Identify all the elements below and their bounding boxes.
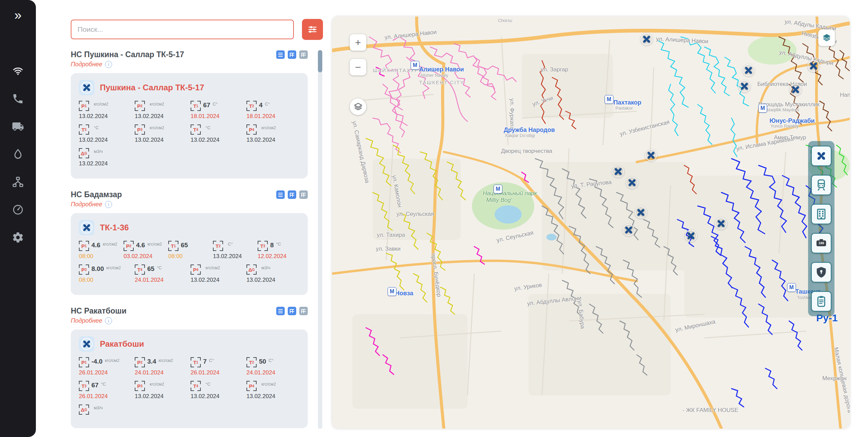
station-name: НС Пушкина - Саллар ТК-5-17 — [71, 50, 184, 59]
view-list-button[interactable] — [276, 307, 285, 315]
sensor-unit: °C — [205, 382, 211, 387]
zoom-in-button[interactable]: + — [350, 34, 366, 51]
sensor-unit: кгс/см2 — [205, 266, 220, 270]
view-extra-button[interactable] — [299, 190, 308, 199]
pump-station-marker[interactable] — [715, 217, 727, 230]
sensor-reading: T2 C° — [213, 241, 255, 251]
search-input[interactable] — [71, 20, 294, 39]
sensor-tag-icon: T2 — [246, 101, 257, 111]
map-canvas[interactable] — [332, 17, 850, 429]
layers-button-top-right[interactable] — [818, 29, 835, 46]
info-icon[interactable]: i — [105, 61, 112, 68]
filter-button[interactable] — [302, 19, 323, 40]
toolbar-train-button[interactable] — [811, 175, 831, 195]
sensor-date: 26.01.2024 — [191, 369, 244, 376]
sensor-tag-icon: ΔG — [246, 264, 257, 275]
sensor-reading: T1 65 — [168, 241, 210, 251]
sidebar-expand-button[interactable]: » — [11, 7, 25, 24]
station-details-link[interactable]: Подробнее — [71, 201, 102, 208]
toolbar-camera-button[interactable] — [811, 233, 831, 253]
sensor-row: T3 °C 13.02.2024 P3 кгс/см2 13.02.2024 T… — [79, 124, 300, 143]
pump-station-marker[interactable] — [789, 84, 802, 96]
view-list-button[interactable] — [276, 190, 285, 199]
info-icon[interactable]: i — [105, 317, 112, 324]
pump-card-header: Ракатбоши — [79, 336, 300, 352]
view-grid-button[interactable] — [288, 190, 296, 199]
sensor-unit: кгс/см2 — [94, 102, 108, 107]
toolbar-journal-button[interactable] — [811, 291, 831, 312]
pump-station-marker[interactable] — [742, 64, 755, 76]
station-details-link[interactable]: Подробнее — [71, 317, 102, 324]
pump-station-marker[interactable] — [626, 177, 638, 189]
sensor-tag-icon: P4 — [246, 381, 257, 391]
sidebar-item-phone[interactable] — [11, 92, 25, 106]
pump-card[interactable]: ТК-1-36 P1 4.6 кгс/см2 08:00 P2 4.6 кгс/… — [71, 213, 308, 295]
sensor-tag-icon: T3 — [258, 241, 268, 251]
sidebar-item-network[interactable] — [11, 175, 25, 189]
building-icon — [815, 207, 828, 221]
station-header: НС Ракатбоши — [71, 306, 308, 316]
sensor-value: 50 — [259, 357, 266, 366]
view-extra-button[interactable] — [299, 50, 308, 59]
sidebar-item-drop[interactable] — [11, 147, 25, 161]
map[interactable]: Chorsuул. Алишера Навоиул. Алишера Навои… — [332, 17, 850, 429]
station-view-buttons — [276, 307, 308, 315]
station-details-link[interactable]: Подробнее — [71, 61, 102, 68]
pump-icon — [641, 33, 653, 45]
zoom-out-button[interactable]: − — [350, 59, 366, 75]
grid-icon — [301, 193, 306, 197]
sidebar-item-truck[interactable] — [11, 120, 25, 133]
sensor-date: 26.01.2024 — [79, 393, 132, 400]
sensor-date: 13.02.2024 — [79, 137, 132, 143]
sensor-tag-icon: T1 — [168, 241, 178, 251]
view-grid-button[interactable] — [288, 50, 296, 59]
station-name: НС Ракатбоши — [71, 306, 127, 316]
sensor-reading: T2 50 C° — [246, 357, 300, 367]
sidebar-item-gauge[interactable] — [11, 203, 25, 216]
toolbar-shield-button[interactable] — [811, 262, 831, 282]
scrollbar-thumb[interactable] — [318, 50, 322, 72]
network-icon — [12, 176, 24, 188]
sensor-cell: T2 C° 13.02.2024 — [213, 241, 255, 260]
sensor-unit: C° — [228, 242, 233, 247]
stations-scrollbar[interactable] — [318, 50, 322, 429]
info-icon[interactable]: i — [105, 201, 112, 208]
sensor-cell: P1 -4.0 кгс/см2 26.01.2024 — [79, 357, 132, 376]
sensor-tag-icon: P1 — [79, 101, 89, 111]
pump-card[interactable]: Пушкина - Саллар ТК-5-17 P1 кгс/см2 13.0… — [71, 73, 308, 179]
pump-station-marker[interactable] — [641, 33, 653, 45]
pump-station-marker[interactable] — [685, 230, 697, 242]
gear-icon — [12, 231, 24, 244]
toolbar-building-button[interactable] — [811, 204, 831, 224]
pump-station-marker[interactable] — [738, 80, 751, 92]
pump-station-marker[interactable] — [635, 206, 647, 218]
view-extra-button[interactable] — [299, 307, 308, 315]
view-list-button[interactable] — [276, 50, 285, 59]
grid-icon — [301, 53, 306, 57]
pump-icon — [626, 177, 638, 189]
pump-station-marker[interactable] — [623, 224, 635, 236]
station-group: НС Пушкина - Саллар ТК-5-17 Подробнее i … — [71, 50, 308, 179]
toolbar-pump-button[interactable] — [811, 146, 831, 166]
grid-icon — [301, 309, 306, 313]
pump-station-marker[interactable] — [807, 60, 820, 72]
sensor-tag-icon: P2 — [124, 241, 134, 251]
sensor-row: P1 4.6 кгс/см2 08:00 P2 4.6 кгс/см2 03.0… — [79, 241, 300, 260]
sensor-tag-icon: P2 — [135, 357, 145, 367]
sidebar-item-wifi[interactable] — [11, 64, 25, 78]
list-icon — [278, 193, 283, 197]
sidebar-item-gear[interactable] — [11, 231, 25, 244]
station-header: НС Бадамзар — [71, 190, 308, 199]
station-group: НС Бадамзар Подробнее i ТК-1-36 P1 4.6 к… — [71, 190, 308, 295]
grid-icon — [290, 53, 294, 57]
view-grid-button[interactable] — [288, 307, 296, 315]
sensor-unit: кгс/см2 — [150, 382, 164, 387]
pump-station-marker[interactable] — [645, 149, 657, 161]
sensor-tag-icon: ΔG — [79, 148, 89, 158]
pump-icon — [623, 224, 635, 236]
layers-button-left[interactable] — [350, 98, 366, 115]
pump-station-marker[interactable] — [612, 165, 624, 178]
sensor-cell: ΔG м3/ч — [79, 405, 300, 417]
pump-card[interactable]: Ракатбоши P1 -4.0 кгс/см2 26.01.2024 P2 … — [71, 329, 308, 428]
sensor-cell: P3 кгс/см2 13.02.2024 — [135, 124, 188, 143]
